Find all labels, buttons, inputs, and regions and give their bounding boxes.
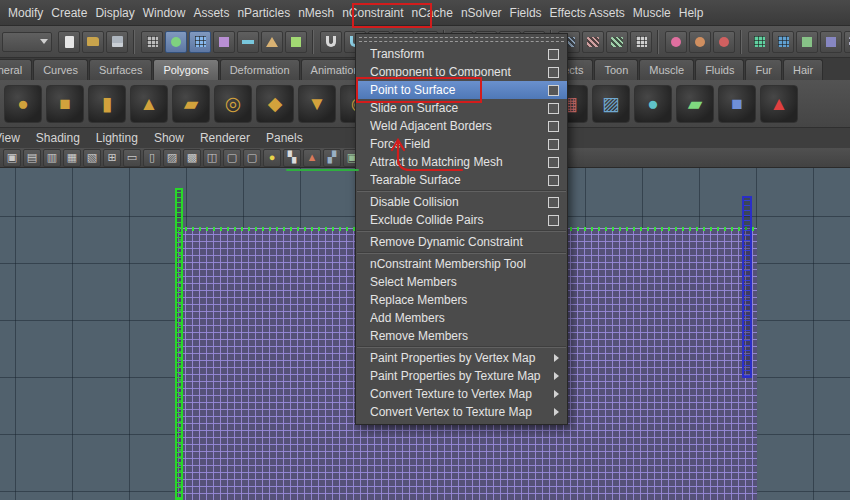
right-constraint-curve[interactable] xyxy=(742,196,752,378)
menu-item-remove-dynamic-constraint[interactable]: Remove Dynamic Constraint xyxy=(356,233,567,251)
view-grid-toggle-icon[interactable]: ⊞ xyxy=(103,149,121,167)
ipr-render-icon[interactable] xyxy=(606,31,628,53)
toolbar-group-separator[interactable] xyxy=(655,30,662,54)
poly-torus-icon[interactable]: ◎ xyxy=(214,85,252,123)
select-component-mode-icon[interactable] xyxy=(189,31,211,53)
wireframe-mode-icon[interactable]: ▢ xyxy=(243,149,261,167)
poly-prism-icon[interactable]: ◆ xyxy=(256,85,294,123)
select-hierarchy-icon[interactable] xyxy=(141,31,163,53)
fluid-emitter-icon[interactable]: ▲ xyxy=(760,85,798,123)
safe-title-icon[interactable]: ▢ xyxy=(223,149,241,167)
menu-set-dropdown[interactable] xyxy=(2,32,52,52)
menu-item-attract-to-matching-mesh[interactable]: Attract to Matching Mesh xyxy=(356,153,567,171)
safe-action-icon[interactable]: ◫ xyxy=(203,149,221,167)
menubar-item-assets[interactable]: Assets xyxy=(189,0,233,26)
panel-menu-panels[interactable]: Panels xyxy=(258,128,311,148)
menu-item-remove-members[interactable]: Remove Members xyxy=(356,327,567,345)
menubar-item-nsolver[interactable]: nSolver xyxy=(457,0,506,26)
lighting-mode-icon[interactable]: ▲ xyxy=(303,149,321,167)
smooth-mesh-icon[interactable]: ▨ xyxy=(592,85,630,123)
shelf-tab-toon[interactable]: Toon xyxy=(594,59,638,80)
menu-item-convert-vertex-to-texture-map[interactable]: Convert Vertex to Texture Map xyxy=(356,403,567,421)
menubar-item-modify[interactable]: Modify xyxy=(4,0,47,26)
hud-toggle-icon[interactable] xyxy=(772,31,794,53)
menubar-item-effects-assets[interactable]: Effects Assets xyxy=(546,0,629,26)
shelf-tab-hair[interactable]: Hair xyxy=(783,59,823,80)
shelf-tab-surfaces[interactable]: Surfaces xyxy=(89,59,152,80)
toolbar-group-separator[interactable] xyxy=(131,30,138,54)
option-box-icon[interactable] xyxy=(548,121,559,132)
camera-attributes-icon[interactable]: ▥ xyxy=(43,149,61,167)
menu-item-convert-texture-to-vertex-map[interactable]: Convert Texture to Vertex Map xyxy=(356,385,567,403)
option-box-icon[interactable] xyxy=(548,85,559,96)
menu-item-tearable-surface[interactable]: Tearable Surface xyxy=(356,171,567,189)
poly-cylinder-icon[interactable]: ▮ xyxy=(88,85,126,123)
poly-cone-icon[interactable]: ▲ xyxy=(130,85,168,123)
option-box-icon[interactable] xyxy=(548,175,559,186)
panel-menu-shading[interactable]: Shading xyxy=(28,128,88,148)
menu-item-weld-adjacent-borders[interactable]: Weld Adjacent Borders xyxy=(356,117,567,135)
menu-item-add-members[interactable]: Add Members xyxy=(356,309,567,327)
shelf-tab-fur[interactable]: Fur xyxy=(745,59,782,80)
paint-effects-icon[interactable] xyxy=(665,31,687,53)
open-scene-icon[interactable] xyxy=(82,31,104,53)
poly-cube-icon[interactable]: ■ xyxy=(46,85,84,123)
menubar-item-ncache[interactable]: nCache xyxy=(408,0,457,26)
shaded-mode-icon[interactable]: ● xyxy=(263,149,281,167)
shelf-tab-polygons[interactable]: Polygons xyxy=(153,59,218,80)
shelf-tab-fluids[interactable]: Fluids xyxy=(695,59,744,80)
panel-menu-lighting[interactable]: Lighting xyxy=(88,128,146,148)
menubar-item-display[interactable]: Display xyxy=(91,0,138,26)
menu-item-select-members[interactable]: Select Members xyxy=(356,273,567,291)
shelf-tab-general[interactable]: General xyxy=(0,59,32,80)
option-box-icon[interactable] xyxy=(548,103,559,114)
muscle-tool-icon[interactable] xyxy=(713,31,735,53)
menu-item-replace-members[interactable]: Replace Members xyxy=(356,291,567,309)
toolbar-group-separator[interactable] xyxy=(310,30,317,54)
select-camera-icon[interactable]: ▣ xyxy=(3,149,21,167)
option-box-icon[interactable] xyxy=(548,67,559,78)
menubar-item-create[interactable]: Create xyxy=(47,0,91,26)
film-gate-toggle-icon[interactable]: ▭ xyxy=(123,149,141,167)
menu-item-force-field[interactable]: Force Field xyxy=(356,135,567,153)
layout-single-pane-icon[interactable] xyxy=(796,31,818,53)
poly-plane-icon[interactable]: ▰ xyxy=(172,85,210,123)
menu-item-paint-properties-by-vertex-map[interactable]: Paint Properties by Vertex Map xyxy=(356,349,567,367)
render-current-frame-icon[interactable] xyxy=(582,31,604,53)
nparticle-sphere-icon[interactable]: ● xyxy=(634,85,672,123)
menubar-item-nparticles[interactable]: nParticles xyxy=(233,0,294,26)
poly-sphere-icon[interactable]: ● xyxy=(4,85,42,123)
menubar-item-nconstraint[interactable]: nConstraint xyxy=(338,0,407,26)
resolution-gate-toggle-icon[interactable]: ▯ xyxy=(143,149,161,167)
menubar-item-window[interactable]: Window xyxy=(139,0,190,26)
nconstraint-shelf-icon[interactable]: ■ xyxy=(718,85,756,123)
select-lines-icon[interactable] xyxy=(237,31,259,53)
panel-menu-renderer[interactable]: Renderer xyxy=(192,128,258,148)
snap-to-grid-icon[interactable] xyxy=(320,31,342,53)
menu-item-exclude-collide-pairs[interactable]: Exclude Collide Pairs xyxy=(356,211,567,229)
option-box-icon[interactable] xyxy=(548,215,559,226)
panel-menu-view[interactable]: View xyxy=(0,128,28,148)
image-plane-icon[interactable]: ▧ xyxy=(83,149,101,167)
layout-four-pane-icon[interactable] xyxy=(820,31,842,53)
poly-pyramid-icon[interactable]: ▼ xyxy=(298,85,336,123)
menu-item-slide-on-surface[interactable]: Slide on Surface xyxy=(356,99,567,117)
menu-item-paint-properties-by-texture-map[interactable]: Paint Properties by Texture Map xyxy=(356,367,567,385)
render-settings-icon[interactable] xyxy=(630,31,652,53)
menu-tearoff-handle[interactable] xyxy=(359,37,564,42)
menu-item-component-to-component[interactable]: Component to Component xyxy=(356,63,567,81)
menubar-item-fields[interactable]: Fields xyxy=(506,0,546,26)
select-faces-icon[interactable] xyxy=(261,31,283,53)
menu-item-disable-collision[interactable]: Disable Collision xyxy=(356,193,567,211)
lock-camera-icon[interactable]: ▤ xyxy=(23,149,41,167)
menubar-item-muscle[interactable]: Muscle xyxy=(629,0,675,26)
menubar-item-nmesh[interactable]: nMesh xyxy=(294,0,338,26)
film-gate-icon[interactable] xyxy=(844,31,850,53)
xray-mode-icon[interactable]: ▞ xyxy=(323,149,341,167)
option-box-icon[interactable] xyxy=(548,139,559,150)
option-box-icon[interactable] xyxy=(548,49,559,60)
left-selected-curve[interactable] xyxy=(175,188,183,500)
textured-mode-icon[interactable]: ▚ xyxy=(283,149,301,167)
menu-item-transform[interactable]: Transform xyxy=(356,45,567,63)
field-chart-icon[interactable]: ▩ xyxy=(183,149,201,167)
